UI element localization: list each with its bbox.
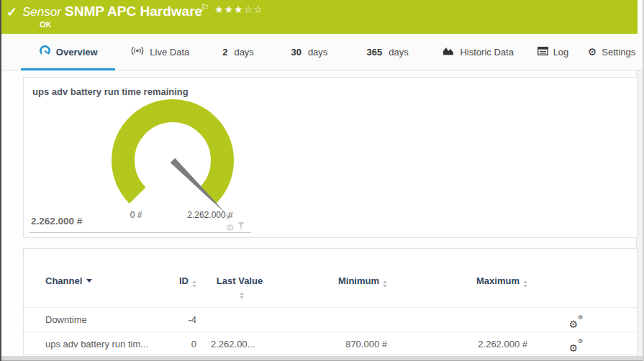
cell-channel: Downtime: [24, 314, 87, 325]
tab-2-days[interactable]: 2 days: [204, 34, 272, 70]
status-badge: OK: [40, 20, 52, 29]
tab-2-days-label: days: [234, 47, 253, 58]
sort-toggle-icon: [240, 292, 244, 299]
column-header-maximum[interactable]: Maximum: [476, 275, 527, 288]
column-header-minimum[interactable]: Minimum: [338, 275, 387, 288]
log-list-icon: [538, 47, 548, 58]
sort-toggle-icon: [383, 280, 387, 288]
column-header-id-label: ID: [179, 275, 189, 286]
tab-live-data-label: Live Data: [150, 47, 189, 58]
tab-bar: Overview Live Data 2 days 30 days: [1, 34, 644, 70]
cell-id: -4: [188, 314, 196, 325]
area-chart-icon: [443, 46, 455, 58]
tab-log-label: Log: [553, 47, 569, 58]
flag-icon[interactable]: ⚐: [201, 2, 209, 13]
channel-table-panel: Channel ID Last Value Minimum Maximum Do…: [23, 248, 638, 355]
gauge-current-value: 2.262.000 #: [31, 216, 82, 227]
column-header-last-value[interactable]: Last Value: [214, 275, 265, 299]
gauge-divider: [30, 232, 251, 233]
cell-minimum: 870.000 #: [345, 339, 387, 349]
gauge-icon: [39, 45, 51, 59]
status-ok-check-icon: ✓: [6, 4, 17, 20]
gauge-settings-gear-icon[interactable]: ⚙: [226, 223, 235, 232]
cell-last-value: 2.262.00...: [196, 339, 255, 349]
pin-icon[interactable]: [237, 221, 245, 234]
cell-id: 0: [191, 339, 196, 349]
column-header-minimum-label: Minimum: [338, 275, 379, 286]
tab-overview-label: Overview: [56, 47, 98, 58]
cell-channel: ups adv battery run tim...: [24, 339, 148, 349]
cell-maximum: 2.262.000 #: [478, 339, 527, 349]
column-header-maximum-label: Maximum: [476, 275, 520, 286]
tab-live-data[interactable]: Live Data: [115, 34, 204, 70]
prtg-sensor-window: ✓ Sensor SNMP APC Hardware ⚐ ★★★☆☆ OK Ov…: [0, 0, 644, 361]
tab-30-days[interactable]: 30 days: [272, 34, 347, 70]
sort-toggle-icon: [192, 280, 196, 288]
gauge-max-label: 2.262.000 #: [175, 210, 245, 220]
bottom-edge-band: [1, 356, 643, 361]
table-header-row: Channel ID Last Value Minimum Maximum: [24, 249, 637, 308]
column-header-channel-label: Channel: [45, 275, 82, 286]
sensor-title: SNMP APC Hardware: [65, 4, 202, 19]
sort-toggle-icon: [523, 280, 527, 288]
gauge-arc: [123, 111, 222, 196]
tab-365-days-label: days: [389, 47, 408, 58]
tab-365-days[interactable]: 365 days: [347, 34, 429, 70]
tab-settings[interactable]: ⚙ Settings: [578, 34, 644, 70]
tab-365-days-number: 365: [367, 47, 383, 58]
column-header-id[interactable]: ID: [179, 275, 196, 288]
column-header-channel[interactable]: Channel: [24, 275, 92, 287]
tab-30-days-label: days: [308, 47, 327, 58]
settings-gear-icon: ⚙: [588, 47, 597, 57]
tab-2-days-number: 2: [222, 47, 227, 58]
sensor-header: ✓ Sensor SNMP APC Hardware ⚐ ★★★☆☆ OK: [1, 0, 638, 34]
gauge-panel: ups adv battery run time remaining x̄ 0 …: [23, 77, 638, 238]
tab-30-days-number: 30: [291, 47, 301, 58]
table-row-downtime[interactable]: Downtime -4 ⚙⚙: [24, 308, 637, 332]
tab-historic-data[interactable]: Historic Data: [428, 34, 527, 70]
column-header-last-value-label: Last Value: [217, 275, 263, 286]
tab-settings-label: Settings: [602, 47, 635, 58]
active-tab-underline: [21, 68, 115, 70]
sensor-kicker-label: Sensor: [22, 5, 61, 19]
tab-log[interactable]: Log: [528, 34, 578, 70]
sort-desc-icon: [86, 279, 92, 283]
live-broadcast-icon: [130, 45, 145, 58]
tab-overview[interactable]: Overview: [21, 34, 115, 70]
gauge-min-label: 0 #: [114, 210, 158, 220]
tab-historic-data-label: Historic Data: [460, 47, 513, 58]
gauge-toolbar: ⚙: [226, 221, 245, 234]
priority-stars[interactable]: ★★★☆☆: [214, 4, 263, 15]
table-row-battery-runtime[interactable]: ups adv battery run tim... 0 2.262.00...…: [24, 332, 637, 355]
